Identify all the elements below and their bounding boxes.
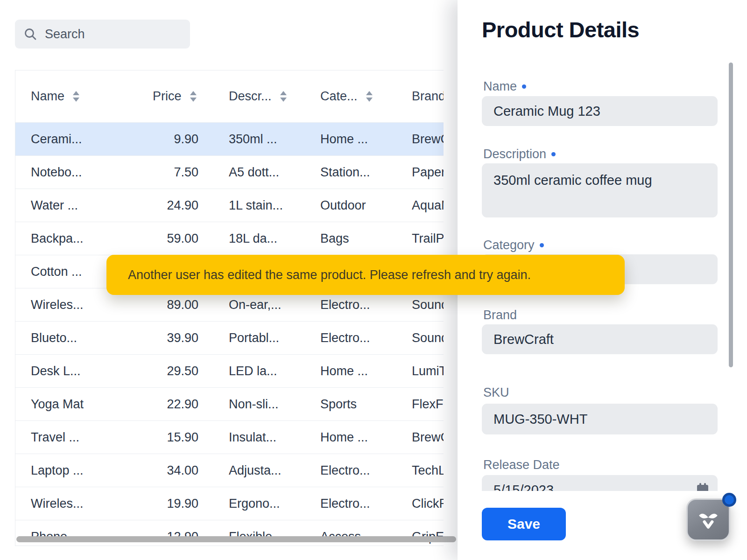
assistant-launcher-button[interactable]: [686, 498, 730, 541]
search-icon: [23, 27, 37, 41]
field-label-text: Category: [483, 238, 535, 252]
field-label-text: SKU: [483, 385, 509, 399]
table-cell: Sound.: [412, 331, 444, 345]
table-cell: Laptop ...: [15, 463, 138, 478]
table-cell: 9.90: [138, 132, 198, 147]
field-label-text: Brand: [483, 308, 517, 322]
products-table: NamePriceDescr...Cate...Brand Cerami...9…: [15, 70, 444, 546]
table-cell: Non-sli...: [198, 397, 320, 412]
table-cell: ClickPr: [412, 497, 444, 511]
field-label-release-date: Release Date: [483, 458, 560, 472]
table-cell: 89.00: [138, 298, 198, 312]
column-header-brand[interactable]: Brand: [412, 89, 444, 104]
release-date-field[interactable]: 5/15/2023: [482, 475, 718, 491]
column-label: Name: [31, 89, 64, 104]
table-cell: 7.50: [138, 165, 198, 180]
field-label-description: Description: [483, 147, 556, 161]
sort-icon[interactable]: [190, 91, 197, 103]
table-cell: 19.90: [138, 497, 198, 511]
table-cell: 1L stain...: [198, 198, 320, 213]
table-cell: Electro...: [320, 497, 412, 511]
modified-indicator-dot: [540, 243, 544, 247]
sort-icon[interactable]: [366, 91, 373, 103]
table-cell: Travel ...: [15, 430, 138, 445]
table-cell: Electro...: [320, 298, 412, 312]
field-value: MUG-350-WHT: [493, 412, 587, 427]
table-cell: Station...: [320, 165, 412, 180]
table-row[interactable]: Notebo...7.50A5 dott...Station...PaperN: [15, 155, 444, 189]
table-row[interactable]: Blueto...39.90Portabl...Electro...Sound.: [15, 321, 444, 354]
table-row[interactable]: Backpa...59.0018L da...BagsTrailPro: [15, 222, 444, 255]
modified-indicator-dot: [551, 152, 556, 156]
table-cell: Water ...: [15, 198, 138, 213]
table-cell: Bags: [320, 231, 412, 246]
table-row[interactable]: Desk L...29.50LED la...Home ...LumiTe: [15, 354, 444, 387]
table-cell: Portabl...: [198, 331, 320, 345]
name-field[interactable]: Ceramic Mug 123: [482, 96, 718, 126]
column-header-name[interactable]: Name: [15, 89, 138, 104]
sort-icon[interactable]: [72, 91, 80, 103]
table-row[interactable]: Yoga Mat22.90Non-sli...SportsFlexFit: [15, 387, 444, 420]
table-cell: 34.00: [138, 463, 198, 478]
table-row[interactable]: Water ...24.901L stain...OutdoorAquaM: [15, 189, 444, 222]
panel-vertical-scrollbar[interactable]: [729, 63, 733, 367]
table-cell: 350ml ...: [198, 132, 320, 147]
description-field[interactable]: 350ml ceramic coffee mug: [482, 163, 718, 217]
table-cell: Desk L...: [15, 364, 138, 378]
table-row[interactable]: Wireles...19.90Ergono...Electro...ClickP…: [15, 487, 444, 520]
table-cell: BrewCr: [412, 132, 444, 147]
column-label: Price: [153, 89, 182, 104]
table-cell: LED la...: [198, 364, 320, 378]
column-header-cate[interactable]: Cate...: [320, 89, 412, 104]
table-cell: 22.90: [138, 397, 198, 412]
table-cell: AquaM: [412, 198, 444, 213]
column-label: Brand: [412, 89, 444, 104]
toast-message: Another user has edited the same product…: [128, 268, 531, 282]
brand-field[interactable]: BrewCraft: [482, 324, 718, 354]
field-label-text: Description: [483, 147, 546, 161]
table-cell: Yoga Mat: [15, 397, 138, 412]
table-cell: Home ...: [320, 132, 412, 147]
table-row[interactable]: Travel ...15.90Insulat...Home ...BrewCr: [15, 420, 444, 454]
table-cell: On-ear,...: [198, 298, 320, 312]
whale-tail-icon: [697, 508, 720, 532]
table-cell: A5 dott...: [198, 165, 320, 180]
table-cell: Insulat...: [198, 430, 320, 445]
column-header-descr[interactable]: Descr...: [198, 89, 320, 104]
table-cell: 24.90: [138, 198, 198, 213]
table-cell: Wireles...: [15, 497, 138, 511]
table-cell: Adjusta...: [198, 463, 320, 478]
table-cell: Home ...: [320, 430, 412, 445]
field-label-brand: Brand: [483, 308, 517, 322]
table-cell: Sports: [320, 397, 412, 412]
save-button[interactable]: Save: [482, 508, 566, 540]
table-cell: Sound.: [412, 298, 444, 312]
table-row[interactable]: Laptop ...34.00Adjusta...Electro...TechL…: [15, 454, 444, 487]
modified-indicator-dot: [522, 84, 526, 89]
search-input[interactable]: Search: [15, 20, 190, 49]
table-cell: Cerami...: [15, 132, 138, 147]
column-header-price[interactable]: Price: [138, 89, 198, 104]
table-cell: Blueto...: [15, 331, 138, 345]
field-label-text: Release Date: [483, 458, 560, 472]
field-value: BrewCraft: [493, 332, 554, 347]
panel-title: Product Details: [482, 17, 639, 42]
table-cell: Notebo...: [15, 165, 138, 180]
table-header-row: NamePriceDescr...Cate...Brand: [15, 70, 444, 122]
field-label-text: Name: [483, 79, 517, 93]
sku-field[interactable]: MUG-350-WHT: [482, 404, 718, 434]
table-cell: Ergono...: [198, 497, 320, 511]
table-horizontal-scrollbar[interactable]: [16, 536, 456, 542]
calendar-icon[interactable]: [696, 483, 709, 491]
table-row[interactable]: Cerami...9.90350ml ...Home ...BrewCr: [15, 122, 444, 155]
table-cell: Electro...: [320, 463, 412, 478]
sort-icon[interactable]: [280, 91, 287, 103]
column-label: Cate...: [320, 89, 358, 104]
field-value: Ceramic Mug 123: [493, 104, 600, 119]
field-label-name: Name: [483, 79, 526, 94]
table-cell: 18L da...: [198, 231, 320, 246]
table-cell: PaperN: [412, 165, 444, 180]
table-cell: TechLif: [412, 463, 444, 478]
table-cell: LumiTe: [412, 364, 444, 378]
table-cell: Electro...: [320, 331, 412, 345]
